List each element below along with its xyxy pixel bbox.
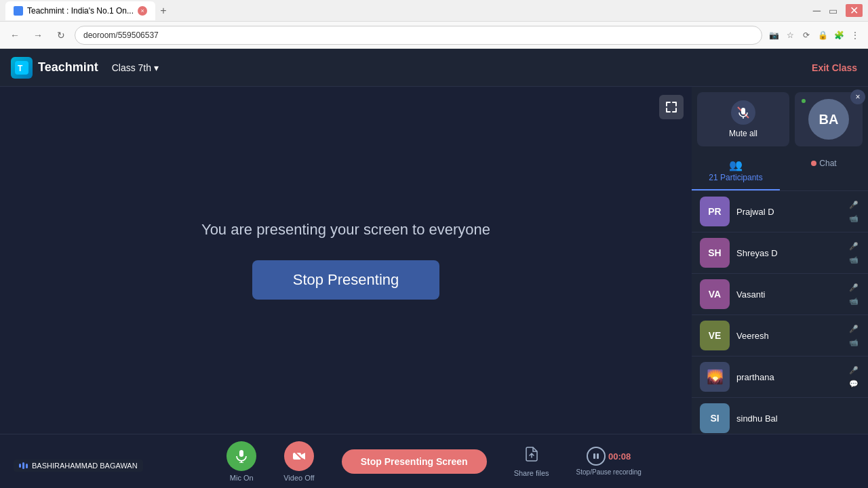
- host-avatar: BA: [808, 99, 849, 140]
- mute-all-card[interactable]: Mute all: [697, 92, 789, 146]
- address-bar[interactable]: deoroom/559506537: [75, 26, 762, 45]
- cam-off-icon: 💬: [848, 378, 860, 390]
- participants-tab[interactable]: 👥 21 Participants: [692, 152, 780, 190]
- window-minimize-btn[interactable]: ─: [813, 5, 821, 17]
- participant-icons: 🎤 💬: [848, 364, 860, 390]
- mute-all-label: Mute all: [729, 129, 757, 138]
- refresh-icon[interactable]: ⟳: [799, 28, 814, 43]
- mic-off-icon: 🎤: [848, 281, 860, 293]
- participant-icons: 🎤 📹: [848, 240, 860, 266]
- recording-label: Stop/Pause recording: [576, 468, 642, 476]
- mic-off-icon: 🎤: [848, 199, 860, 211]
- share-files-button[interactable]: Share files: [514, 446, 549, 477]
- participant-item: PR Prajwal D 🎤 📹: [692, 191, 868, 232]
- participant-name: sindhu Bal: [736, 413, 853, 424]
- cam-off-icon: 📹: [848, 253, 860, 266]
- chat-tab[interactable]: Chat: [780, 152, 868, 190]
- recording-timer: 00:08: [608, 451, 631, 462]
- camera-toolbar-icon[interactable]: 📷: [766, 28, 781, 43]
- svg-text:T: T: [18, 64, 23, 73]
- panel-top-controls: Mute all BA ×: [692, 87, 868, 152]
- class-selector[interactable]: Class 7th ▾: [112, 62, 159, 73]
- class-label: Class 7th: [112, 62, 151, 73]
- panel-close-button[interactable]: ×: [850, 89, 865, 104]
- participant-avatar: SI: [700, 403, 730, 433]
- back-btn[interactable]: ←: [5, 26, 24, 45]
- participant-item: 🌄 prarthana 🎤 💬: [692, 357, 868, 398]
- window-close-btn[interactable]: ✕: [846, 4, 863, 17]
- share-files-icon: [524, 446, 540, 466]
- participant-item: VA Vasanti 🎤 📹: [692, 274, 868, 315]
- host-online-dot: [800, 98, 807, 104]
- mic-label: Mic On: [230, 474, 254, 482]
- svg-rect-5: [239, 450, 243, 457]
- svg-rect-11: [597, 453, 599, 459]
- chat-notification-dot: [811, 161, 816, 166]
- cam-off-icon: 📹: [848, 336, 860, 348]
- video-button[interactable]: Video Off: [283, 441, 314, 482]
- participant-name: Veeresh: [736, 331, 841, 341]
- exit-class-button[interactable]: Exit Class: [812, 62, 857, 73]
- tab-close-btn[interactable]: ×: [138, 6, 147, 16]
- video-icon: [284, 441, 314, 471]
- bottom-toolbar: BASHIRAHAMMAD BAGAWAN Mic On: [0, 434, 868, 488]
- panel-tabs: 👥 21 Participants Chat: [692, 152, 868, 191]
- logo-text: Teachmint: [38, 60, 98, 75]
- mic-icon: [226, 441, 256, 471]
- participant-name: Shreyas D: [736, 248, 841, 258]
- svg-rect-3: [741, 108, 745, 115]
- participant-photo-avatar: 🌄: [700, 362, 730, 392]
- app-header: T Teachmint Class 7th ▾ Exit Class: [0, 49, 868, 87]
- presentation-area: You are presenting your screen to everyo…: [0, 87, 692, 434]
- main-area: You are presenting your screen to everyo…: [0, 87, 868, 434]
- reload-btn[interactable]: ↻: [52, 26, 71, 45]
- audio-wave-icon: [19, 462, 28, 469]
- logo-icon: T: [11, 57, 33, 79]
- participant-name: Prajwal D: [736, 207, 841, 217]
- cam-off-icon: 📹: [848, 295, 860, 307]
- new-tab-btn[interactable]: +: [155, 3, 172, 19]
- participant-icons: 🎤 📹: [848, 199, 860, 224]
- participants-count-label: 21 Participants: [709, 173, 762, 182]
- video-label: Video Off: [283, 474, 314, 482]
- bookmark-icon[interactable]: ☆: [783, 28, 797, 43]
- stop-presenting-screen-button[interactable]: Stop Presenting Screen: [342, 449, 487, 474]
- stop-presenting-button[interactable]: Stop Presenting: [252, 260, 440, 300]
- participant-icons: 🎤 📹: [848, 323, 860, 348]
- address-text: deoroom/559506537: [83, 30, 159, 40]
- participant-item: SI sindhu Bal: [692, 398, 868, 434]
- participant-item: SH Shreyas D 🎤 📹: [692, 232, 868, 274]
- chat-tab-label: Chat: [819, 159, 836, 168]
- expand-button[interactable]: [659, 95, 684, 119]
- app-container: T Teachmint Class 7th ▾ Exit Class You a…: [0, 49, 868, 488]
- participant-name: prarthana: [736, 372, 841, 382]
- window-maximize-btn[interactable]: ▭: [829, 5, 837, 16]
- participants-icon: 👥: [729, 159, 743, 171]
- browser-tab[interactable]: Teachmint : India's No.1 On... ×: [5, 1, 155, 20]
- menu-icon[interactable]: ⋮: [848, 28, 863, 43]
- forward-btn[interactable]: →: [28, 26, 47, 45]
- mic-off-icon: 🎤: [848, 364, 860, 376]
- shield-icon: 🔒: [815, 28, 830, 43]
- tab-title: Teachmint : India's No.1 On...: [27, 6, 134, 16]
- recording-icon-wrap: 00:08: [587, 447, 631, 466]
- mic-button[interactable]: Mic On: [226, 441, 256, 482]
- tab-favicon: [14, 6, 23, 16]
- recording-button[interactable]: 00:08 Stop/Pause recording: [576, 447, 642, 476]
- browser-toolbar-icons: 📷 ☆ ⟳ 🔒 🧩 ⋮: [766, 28, 863, 43]
- extensions-icon[interactable]: 🧩: [831, 28, 846, 43]
- participant-avatar: PR: [700, 197, 730, 226]
- user-name-label: BASHIRAHAMMAD BAGAWAN: [32, 462, 138, 470]
- pause-icon: [587, 447, 606, 466]
- participant-name: Vasanti: [736, 289, 841, 300]
- participant-icons: 🎤 📹: [848, 281, 860, 307]
- browser-titlebar: Teachmint : India's No.1 On... × + ─ ▭ ✕: [0, 0, 868, 22]
- user-name-tag: BASHIRAHAMMAD BAGAWAN: [14, 460, 143, 472]
- share-files-label: Share files: [514, 469, 549, 477]
- mute-all-icon: [731, 100, 755, 125]
- chevron-down-icon: ▾: [154, 62, 159, 73]
- participant-avatar: VE: [700, 321, 730, 350]
- cam-off-icon: 📹: [848, 212, 860, 224]
- logo-area: T Teachmint: [11, 57, 98, 79]
- right-panel: Mute all BA × 👥 21 Participants Chat: [692, 87, 868, 434]
